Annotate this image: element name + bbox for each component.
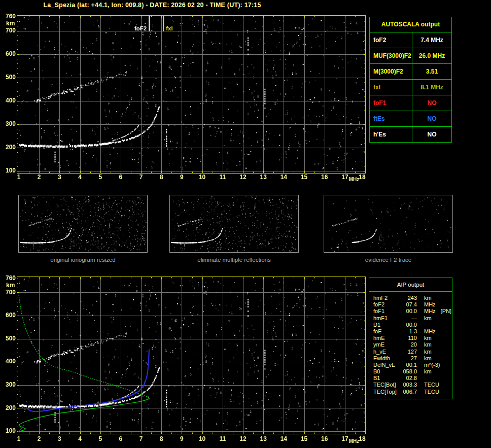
thumbnail-original-ionogram [18,195,148,253]
table-row-m3000: M(3000)F2 3.51 [370,64,451,80]
table-row-hes: h'Es NO [370,127,451,142]
bottom-ionogram-profile-plot [0,272,370,448]
fxi-label: fxI [370,80,412,95]
aip-row-hmf1: hmF1---km [373,315,452,322]
aip-row-b1: B102.8 [373,375,452,382]
aip-row-fof2: foF207.4MHz [373,301,452,308]
top-ionogram-plot [0,10,370,188]
table-row-fxi: fxI 8.1 MHz [370,80,451,95]
autoscala-table-header: AUTOSCALA output [370,17,451,32]
fof1-value: NO [412,95,451,111]
table-row-fof2: foF2 7.4 MHz [370,32,451,48]
thumbnail-original-canvas [19,195,147,252]
hes-label: h'Es [370,127,412,142]
fof2-value: 7.4 MHz [412,32,451,48]
aip-row-b0: B0058.0km [373,368,452,375]
m3000-value: 3.51 [412,64,451,79]
aip-row-tectop: TEC[Top]006.7TECU [373,389,452,395]
table-row-muf: MUF(3000)F2 26.0 MHz [370,48,451,64]
thumbnail-eliminate-reflections [169,195,299,253]
thumbnail-caption-evidence: evidence F2 trace [324,257,453,264]
table-row-ftes: ftEs NO [370,111,451,127]
aip-row-hmf2: hmF2243km [373,295,452,301]
thumbnail-eliminate-canvas [170,195,298,252]
aip-row-yme: ymE20km [373,341,452,348]
muf-value: 26.0 MHz [412,48,451,63]
autoscala-output-table: AUTOSCALA output foF2 7.4 MHz MUF(3000)F… [369,17,452,143]
fof1-label: foF1 [370,95,412,111]
aip-row-delnve: DelN_vE00.1m^(-3) [373,362,452,368]
m3000-label: M(3000)F2 [370,64,412,79]
aip-row-fof1: foF100.0MHz[PN] [373,308,452,315]
ftes-label: ftEs [370,111,412,126]
thumbnail-caption-eliminate: eliminate multiple reflections [169,257,299,264]
aip-row-ewidth: Ewidth27km [373,355,452,362]
aip-output-table: AIP output hmF2243km foF207.4MHz foF100.… [369,278,452,399]
aip-row-hve: h_vE127km [373,349,452,355]
aip-row-d1: D100.0 [373,322,452,328]
muf-label: MUF(3000)F2 [370,48,412,63]
aip-row-tecbot: TEC[Bot]003.3TECU [373,382,452,388]
ftes-value: NO [412,111,451,126]
table-row-fof1: foF1 NO [370,95,451,111]
aip-rows: hmF2243km foF207.4MHz foF100.0MHz[PN] hm… [369,292,452,399]
thumbnail-evidence-f2 [324,195,453,253]
hes-value: NO [412,127,451,142]
page-title: La_Spezia (lat: +44.1, lon: 009.8) - DAT… [0,2,304,9]
aip-row-hme: hmE110km [373,335,452,341]
fof2-label: foF2 [370,32,412,48]
thumbnail-evidence-canvas [324,195,452,252]
fxi-value: 8.1 MHz [412,80,451,95]
aip-table-header: AIP output [369,278,452,292]
aip-row-foe: foE1.3MHz [373,328,452,335]
thumbnail-caption-original: original ionogram resized [18,257,148,264]
